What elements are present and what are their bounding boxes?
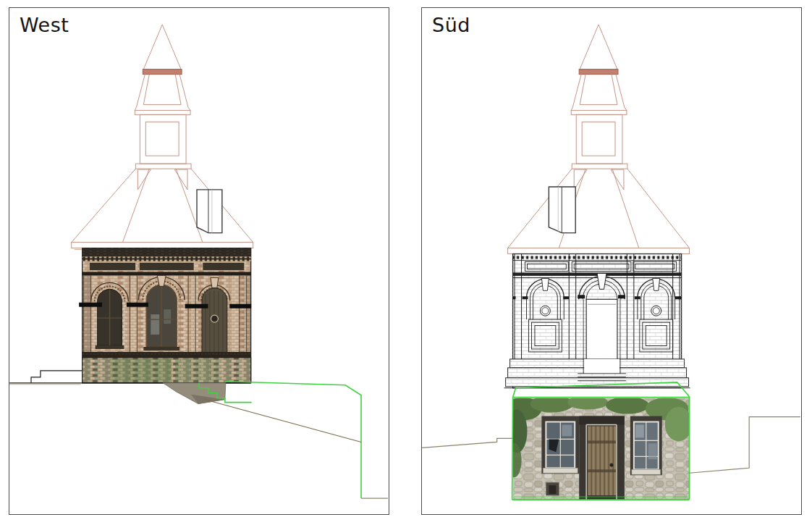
door-roundel: [211, 315, 218, 322]
facade: [504, 254, 690, 388]
basement-window-right: [630, 416, 662, 476]
chimney: [549, 187, 575, 233]
door-handle: [610, 463, 614, 467]
frieze-panel: [139, 262, 194, 270]
spire: [571, 25, 627, 169]
roof: [72, 169, 253, 250]
elevation-panel-west: West: [9, 7, 389, 515]
frieze-panel: [203, 262, 245, 270]
roof: [508, 169, 690, 253]
view-label-west: West: [20, 14, 69, 36]
terrain-west: [9, 371, 388, 498]
drawing-sheet: West: [0, 0, 812, 525]
basement-photo: [504, 382, 693, 500]
frieze-panel: [90, 262, 136, 270]
terrain-slope-line: [205, 400, 361, 442]
keystone: [211, 277, 219, 287]
facade: [80, 248, 251, 383]
sued-elevation-drawing: [422, 8, 801, 514]
west-elevation-drawing: [9, 8, 389, 514]
base-courses: [504, 359, 690, 388]
view-label-sued: Süd: [432, 14, 470, 36]
basement-door: [579, 416, 625, 500]
terrain-line-left: [422, 438, 512, 448]
chimney: [197, 190, 222, 233]
steps-left: [31, 371, 83, 383]
terrain-line-right: [690, 417, 800, 474]
elevation-panel-sued: Süd: [421, 7, 802, 515]
terrain-outline-green: [225, 382, 361, 498]
basement-window-left: [541, 416, 579, 474]
spire: [135, 25, 191, 169]
